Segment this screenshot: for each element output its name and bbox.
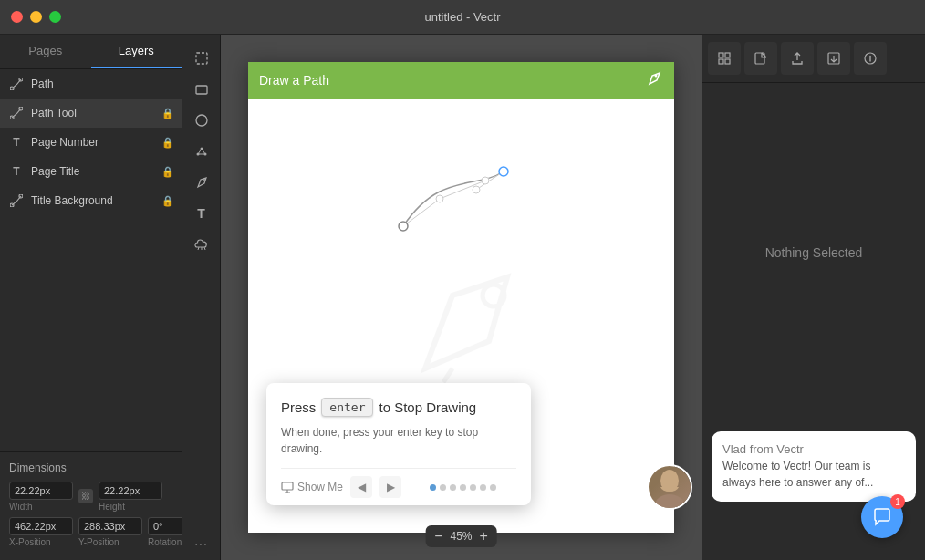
tab-layers[interactable]: Layers — [91, 35, 182, 68]
layer-name: Page Number — [31, 136, 161, 149]
dot-7 — [490, 484, 496, 491]
layer-pagenumber-icon: T — [7, 133, 26, 151]
dot-2 — [440, 484, 446, 491]
lock-icon: 🔒 — [161, 166, 174, 178]
tooltip-prefix: Press — [281, 399, 316, 415]
chat-badge: 1 — [890, 494, 905, 509]
svg-point-20 — [436, 195, 443, 202]
layer-name: Title Background — [31, 194, 161, 207]
canvas-area[interactable]: Draw a Path — [221, 35, 702, 560]
grid-icon — [717, 51, 732, 66]
rectangle-tool[interactable] — [187, 75, 216, 104]
svg-rect-23 — [282, 482, 293, 490]
layer-item[interactable]: T Page Number 🔒 — [0, 128, 182, 157]
svg-rect-27 — [725, 53, 730, 57]
height-label: Height — [99, 502, 162, 512]
dot-4 — [460, 484, 466, 491]
pen-tool[interactable] — [187, 168, 216, 197]
export-button[interactable] — [781, 42, 814, 75]
main-layout: Pages Layers Path — [0, 35, 925, 560]
next-button[interactable]: ▶ — [379, 476, 401, 498]
close-button[interactable] — [11, 11, 23, 23]
window-title: untitled - Vectr — [424, 10, 500, 24]
svg-point-21 — [473, 186, 480, 193]
lock-icon: 🔒 — [161, 195, 174, 207]
path-drawing — [358, 153, 540, 263]
avatar-image — [649, 466, 691, 508]
left-panel: Pages Layers Path — [0, 35, 182, 560]
layer-pagetitle-icon: T — [7, 162, 26, 181]
text-tool[interactable]: T — [187, 199, 216, 228]
tab-pages[interactable]: Pages — [0, 35, 91, 68]
enter-key: enter — [321, 398, 373, 417]
import-button[interactable] — [817, 42, 850, 75]
panel-tabs: Pages Layers — [0, 35, 182, 69]
chat-fab-button[interactable]: 1 — [861, 496, 903, 538]
layer-item[interactable]: Path — [0, 69, 182, 99]
dot-3 — [450, 484, 456, 491]
layer-name: Path Tool — [31, 107, 161, 119]
layer-item[interactable]: Path Tool 🔒 — [0, 99, 182, 128]
link-dimensions-icon[interactable]: ⛓ — [78, 489, 93, 503]
more-tools[interactable]: ··· — [194, 536, 208, 551]
cloud-tool[interactable] — [187, 230, 216, 259]
zoom-in-button[interactable]: + — [480, 529, 488, 544]
svg-point-22 — [482, 177, 489, 184]
x-label: X-Position — [9, 537, 73, 547]
height-input[interactable] — [99, 482, 162, 500]
y-position-input[interactable] — [78, 517, 142, 535]
layer-item[interactable]: T Page Title 🔒 — [0, 157, 182, 186]
x-position-input[interactable] — [9, 517, 73, 535]
add-page-button[interactable] — [744, 42, 777, 75]
svg-rect-28 — [719, 59, 723, 64]
svg-rect-6 — [196, 53, 207, 64]
avatar[interactable] — [647, 464, 692, 510]
svg-point-33 — [869, 56, 871, 57]
add-page-icon — [754, 51, 768, 66]
tooltip-footer: Show Me ◀ ▶ — [281, 468, 516, 505]
info-button[interactable] — [854, 42, 887, 75]
maximize-button[interactable] — [49, 11, 61, 23]
tooltip-popup: Press enter to Stop Drawing When done, p… — [266, 383, 531, 505]
prev-button[interactable]: ◀ — [350, 476, 372, 498]
nothing-selected-label: Nothing Selected — [702, 83, 925, 422]
layer-pathtool-icon — [7, 104, 26, 122]
zoom-value: 45% — [450, 530, 472, 543]
layer-path-icon — [7, 75, 26, 93]
import-icon — [826, 51, 841, 66]
minimize-button[interactable] — [30, 11, 42, 23]
canvas-header-pen-icon — [645, 69, 663, 91]
dot-1 — [430, 484, 436, 491]
tooltip-description: When done, press your enter key to stop … — [281, 424, 516, 457]
layer-name: Page Title — [31, 165, 161, 178]
canvas-header-bar: Draw a Path — [248, 62, 674, 99]
export-icon — [790, 51, 805, 66]
star-tool[interactable] — [187, 137, 216, 166]
svg-rect-7 — [196, 86, 207, 94]
layer-item[interactable]: Title Background 🔒 — [0, 186, 182, 215]
svg-line-15 — [403, 199, 440, 226]
y-label: Y-Position — [78, 537, 142, 547]
layers-list: Path Path Tool 🔒 T Page Nu — [0, 69, 182, 451]
show-me-button[interactable]: Show Me — [281, 481, 343, 493]
background-watermark — [389, 241, 535, 390]
svg-rect-26 — [719, 53, 723, 57]
chat-widget: Vlad from Vectr Welcome to Vectr! Our te… — [712, 431, 916, 502]
select-tool[interactable] — [187, 44, 216, 73]
right-toolbar — [702, 35, 925, 83]
grid-button[interactable] — [708, 42, 741, 75]
svg-point-13 — [655, 75, 658, 78]
monitor-icon — [281, 481, 294, 493]
width-input[interactable] — [9, 482, 73, 500]
zoom-out-button[interactable]: − — [434, 529, 442, 544]
lock-icon: 🔒 — [161, 137, 174, 149]
chat-icon — [872, 507, 892, 527]
show-me-label: Show Me — [297, 481, 343, 493]
tool-strip: T ··· — [182, 35, 221, 560]
titlebar: untitled - Vectr — [0, 0, 925, 35]
circle-tool[interactable] — [187, 106, 216, 135]
lock-icon: 🔒 — [161, 108, 174, 119]
width-label: Width — [9, 502, 73, 512]
dot-5 — [470, 484, 476, 491]
svg-point-25 — [655, 494, 684, 510]
